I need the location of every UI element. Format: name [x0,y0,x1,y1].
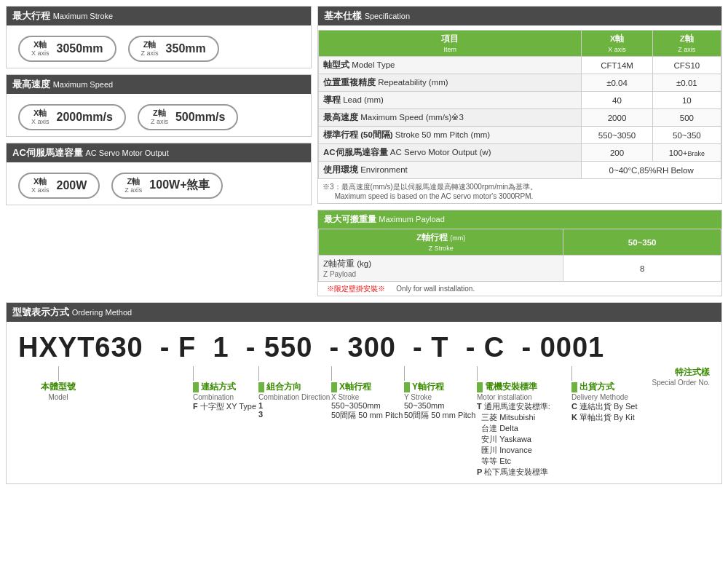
group-combination: 連結方式 Combination F 十字型 XY Type [193,366,258,412]
spec-row-z-val: CFS10 [652,57,721,74]
speed-x-box: X軸 X axis 2000mm/s [18,104,126,130]
ac-servo-cn: AC伺服馬達容量 [12,147,83,158]
payload-col1-header: Z軸行程 (mm) Z Stroke [319,229,563,256]
group-y-stroke-items: 50~350mm 50間隔 50 mm Pitch [404,401,475,421]
servo-x-value: 200W [57,179,87,192]
group-x-stroke-en: X Stroke [331,393,359,401]
left-column: 最大行程 Maximum Stroke X軸 X axis 3050mm Z軸 [6,6,312,296]
group-motor-items: T 通用馬達安裝標準: 三菱 Mitsubishi 台達 Delta 安川 Ya… [477,401,550,478]
spec-row-x-val: ±0.04 [582,74,652,92]
group-special-cn: 特注式樣 [675,366,710,379]
stroke-z-value: 350mm [166,42,206,55]
spec-section: 基本仕樣 Specification 項目 Item X軸 X axis [317,6,722,204]
group-x-stroke-items: 550~3050mm 50間隔 50 mm Pitch [331,401,403,421]
payload-header: 最大可搬重量 Maximum Payload [318,210,721,229]
group-motor: 電機安裝標準 Motor installation T 通用馬達安裝標準: 三菱… [477,366,571,478]
stroke-x-value: 3050mm [57,42,103,55]
group-delivery-en: Delivery Methode [571,393,628,401]
spec-col-z: Z軸 Z axis [652,31,721,57]
spec-en: Specification [365,12,410,20]
spec-row-x-val: 40 [582,92,652,109]
spec-row-z-val: 100+Brake [652,144,721,162]
payload-row2: Z軸荷重 (kg) Z Payload 8 [319,256,721,282]
spec-row-z-val: 10 [652,92,721,109]
spec-col-item: 項目 Item [319,31,582,57]
servo-x-label: X軸 X axis [31,177,50,194]
spec-row-label: 標準行程 (50間隔) Stroke 50 mm Pitch (mm) [319,127,582,144]
servo-x-box: X軸 X axis 200W [18,173,100,199]
spec-row-x-val: 2000 [582,109,652,127]
group-body-model: 本體型號 Model [18,366,98,401]
max-stroke-cn: 最大行程 [12,10,50,21]
payload-section: 最大可搬重量 Maximum Payload Z軸行程 (mm) Z Strok… [317,210,722,296]
max-stroke-en: Maximum Stroke [53,12,114,20]
right-column: 基本仕樣 Specification 項目 Item X軸 X axis [317,6,722,296]
spec-row-label: 使用環境 Environment [319,162,582,179]
servo-z-box: Z軸 Z axis 100W+煞車 [111,173,223,199]
spec-row-label: 軸型式 Model Type [319,57,582,74]
spec-row-z-val: 50~350 [652,127,721,144]
spec-note: ※3：最高速度(mm/s)是以伺服馬達最高轉速3000rpm/min為基準。 M… [318,179,721,203]
speed-x-value: 2000mm/s [57,111,113,124]
payload-note-red: ※限定壁掛安裝※ [323,283,389,294]
speed-x-label: X軸 X axis [31,108,50,126]
spec-row-z-val: ±0.01 [652,74,721,92]
stroke-z-label: Z軸 Z axis [141,40,159,58]
spec-table: 項目 Item X軸 X axis Z軸 Z axis [318,30,721,179]
payload-row2-label: Z軸荷重 (kg) Z Payload [319,256,563,282]
spec-row-x-val: 200 [582,144,652,162]
speed-axis-boxes: X軸 X axis 2000mm/s Z軸 Z axis 500mm/s [7,98,311,136]
servo-z-label: Z軸 Z axis [124,177,142,194]
group-motor-en: Motor installation [477,393,532,401]
ordering-section: 型號表示方式 Ordering Method HXYT630 - F 1 - 5… [6,302,722,484]
ordering-header: 型號表示方式 Ordering Method [7,303,721,322]
group-combination-items: F 十字型 XY Type [193,401,256,412]
motor-green-block [477,382,483,392]
group-special-en: Special Order No. [652,379,710,387]
spec-row-x-val: 550~3050 [582,127,652,144]
max-stroke-section: 最大行程 Maximum Stroke X軸 X axis 3050mm Z軸 [6,6,312,68]
stroke-x-label: X軸 X axis [31,40,50,58]
max-speed-section: 最高速度 Maximum Speed X軸 X axis 2000mm/s Z軸 [6,74,312,137]
group-combination-dir-cn: 組合方向 [266,381,301,393]
group-combination-en: Combination [193,393,234,401]
group-x-stroke: X軸行程 X Stroke 550~3050mm 50間隔 50 mm Pitc… [331,366,404,421]
payload-col2-header: 50~350 [563,229,721,256]
y-stroke-green-block [404,382,410,392]
combination-dir-green-block [258,382,264,392]
model-code-display: HXYT630 - F 1 - 550 - 300 - T - C - 0001 [7,326,721,363]
max-speed-header: 最高速度 Maximum Speed [7,75,311,94]
spec-row-x-val: CFT14M [582,57,652,74]
group-delivery: 出貨方式 Delivery Methode C 連結出貨 By Set K 單軸… [571,366,652,423]
main-container: 最大行程 Maximum Stroke X軸 X axis 3050mm Z軸 [0,0,728,490]
spec-row-label: 導程 Lead (mm) [319,92,582,109]
max-stroke-header: 最大行程 Maximum Stroke [7,7,311,25]
group-combination-dir-en: Combination Direction [258,393,330,401]
spec-cn: 基本仕樣 [324,10,362,21]
ac-servo-en: AC Servo Motor Output [85,149,168,157]
group-body-model-cn: 本體型號 [41,381,76,393]
stroke-z-box: Z軸 Z axis 350mm [128,36,219,62]
group-body-model-en: Model [48,393,68,401]
group-y-stroke-cn: Y軸行程 [412,381,444,393]
servo-axis-boxes: X軸 X axis 200W Z軸 Z axis 100W+煞車 [7,167,311,205]
spec-row-label: 最高速度 Maximum Speed (mm/s)※3 [319,109,582,127]
stroke-x-box: X軸 X axis 3050mm [18,36,116,62]
group-delivery-items: C 連結出貨 By Set K 單軸出貨 By Kit [571,401,637,423]
ordering-header-en: Ordering Method [72,308,132,317]
group-delivery-cn: 出貨方式 [579,381,614,393]
ac-servo-section: AC伺服馬達容量 AC Servo Motor Output X軸 X axis… [6,143,312,205]
ordering-header-cn: 型號表示方式 [12,307,69,317]
servo-z-value: 100W+煞車 [149,178,210,193]
spec-row-z-val: 500 [652,109,721,127]
group-motor-cn: 電機安裝標準 [485,381,537,393]
spec-row-value-span: 0~40°C,85%RH Below [582,162,721,179]
spec-header: 基本仕樣 Specification [318,7,721,25]
group-combination-dir: 組合方向 Combination Direction 1 3 [258,366,331,419]
group-combination-dir-items: 1 3 [258,401,263,419]
group-combination-cn: 連結方式 [201,381,236,393]
payload-note-sub: Only for wall installation. [392,282,479,296]
group-special: 特注式樣 Special Order No. [652,366,710,387]
combination-green-block [193,382,199,392]
speed-z-value: 500mm/s [175,111,226,124]
